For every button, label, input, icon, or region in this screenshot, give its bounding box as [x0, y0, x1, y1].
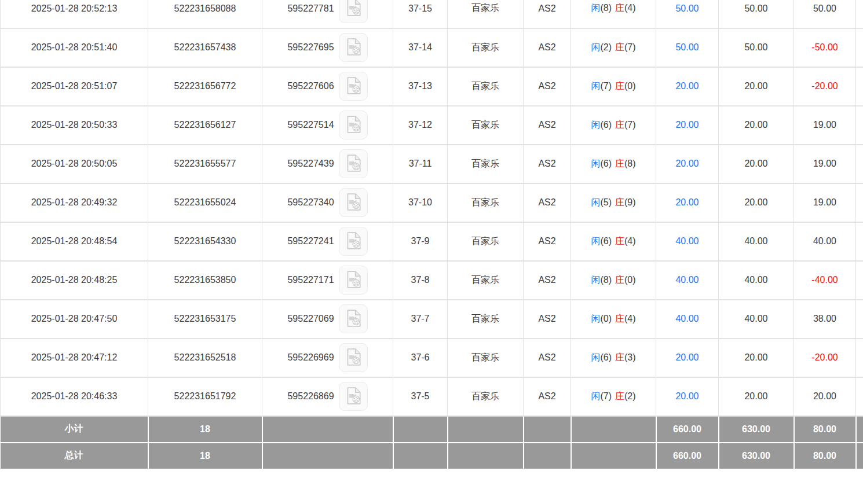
player-result-points: (6) [600, 236, 612, 246]
bet-time-cell: 2025-01-28 20:52:13 [1, 0, 148, 28]
bet-amount-link[interactable]: 20.00 [656, 106, 719, 145]
player-result-label: 闲 [591, 352, 600, 362]
table-row: 2025-01-28 20:48:25 522231653850 5952271… [1, 261, 863, 300]
banker-result-label: 庄 [615, 42, 624, 52]
bet-amount-link[interactable]: 20.00 [656, 67, 719, 106]
video-replay-button[interactable] [339, 72, 368, 101]
result-cell: 闲(6)庄(8) [571, 145, 656, 183]
subtotal-empty-cell [448, 416, 524, 443]
extra-cell [856, 67, 863, 106]
round-wrap: 595227514 [287, 111, 367, 139]
bet-time-cell: 2025-01-28 20:50:33 [1, 106, 148, 145]
player-result-label: 闲 [591, 42, 600, 52]
player-result-label: 闲 [591, 197, 600, 207]
bet-amount-link[interactable]: 20.00 [656, 145, 719, 183]
result-cell: 闲(6)庄(3) [571, 339, 656, 377]
order-number-cell: 522231656127 [148, 106, 262, 145]
banker-result-label: 庄 [615, 352, 624, 362]
bet-history-viewport: 2025-01-28 20:52:13 522231658088 5952277… [0, 0, 863, 504]
win-loss-cell: 19.00 [794, 145, 856, 183]
order-number-cell: 522231655577 [148, 145, 262, 183]
win-loss-cell: -50.00 [794, 28, 856, 67]
table-round-cell: 37-7 [393, 300, 448, 339]
video-replay-button[interactable] [339, 227, 368, 256]
round-number: 595226969 [287, 352, 334, 363]
round-number-cell: 595227781 [262, 0, 393, 28]
banker-result-points: (4) [624, 3, 636, 13]
bet-amount-link[interactable]: 40.00 [656, 222, 719, 261]
banker-result-points: (7) [624, 42, 636, 52]
video-replay-icon [343, 270, 363, 291]
video-replay-button[interactable] [339, 0, 368, 23]
bet-amount-link[interactable]: 20.00 [656, 339, 719, 377]
round-wrap: 595227695 [287, 33, 367, 62]
banker-result-points: (2) [624, 391, 636, 401]
video-replay-button[interactable] [339, 111, 368, 139]
total-empty-cell [262, 443, 393, 469]
game-type-cell: 百家乐 [448, 145, 524, 183]
total-empty-cell [524, 443, 571, 469]
table-name-cell: AS2 [524, 183, 571, 222]
total-empty-cell [393, 443, 448, 469]
game-type-cell: 百家乐 [448, 222, 524, 261]
table-name-cell: AS2 [524, 261, 571, 300]
subtotal-winloss-total: 80.00 [794, 416, 856, 443]
video-replay-icon [343, 153, 363, 175]
round-number: 595227781 [287, 3, 334, 14]
round-wrap: 595227241 [287, 227, 367, 256]
player-result-label: 闲 [591, 120, 600, 130]
subtotal-label: 小计 [1, 416, 148, 443]
video-replay-button[interactable] [339, 304, 368, 333]
banker-result-label: 庄 [615, 391, 624, 401]
table-row: 2025-01-28 20:47:50 522231653175 5952270… [1, 300, 863, 339]
video-replay-icon [343, 386, 363, 407]
player-result-points: (8) [600, 275, 612, 285]
game-type-cell: 百家乐 [448, 0, 524, 28]
bet-amount-link[interactable]: 50.00 [656, 28, 719, 67]
player-result-points: (6) [600, 352, 612, 362]
video-replay-button[interactable] [339, 149, 368, 178]
bet-time-cell: 2025-01-28 20:51:07 [1, 67, 148, 106]
bet-amount-link[interactable]: 50.00 [656, 0, 719, 28]
player-result-label: 闲 [591, 314, 600, 323]
player-result-points: (6) [600, 159, 612, 168]
order-number-cell: 522231656772 [148, 67, 262, 106]
bet-amount-link[interactable]: 20.00 [656, 377, 719, 416]
bet-time-cell: 2025-01-28 20:47:50 [1, 300, 148, 339]
round-number-cell: 595226969 [262, 339, 393, 377]
bet-amount-link[interactable]: 40.00 [656, 261, 719, 300]
bet-time-cell: 2025-01-28 20:49:32 [1, 183, 148, 222]
win-loss-cell: 38.00 [794, 300, 856, 339]
video-replay-icon [343, 347, 363, 369]
bet-time-cell: 2025-01-28 20:48:25 [1, 261, 148, 300]
round-number-cell: 595227241 [262, 222, 393, 261]
player-result-points: (7) [600, 391, 612, 401]
player-result-label: 闲 [591, 236, 600, 246]
round-number-cell: 595227606 [262, 67, 393, 106]
banker-result-label: 庄 [615, 236, 624, 246]
game-type-cell: 百家乐 [448, 28, 524, 67]
video-replay-button[interactable] [339, 188, 368, 217]
table-row: 2025-01-28 20:51:07 522231656772 5952276… [1, 67, 863, 106]
video-replay-button[interactable] [339, 382, 368, 411]
player-result-points: (2) [600, 42, 612, 52]
round-number: 595227695 [287, 42, 334, 53]
round-number-cell: 595227069 [262, 300, 393, 339]
banker-result-points: (3) [624, 352, 636, 362]
player-result-label: 闲 [591, 275, 600, 285]
valid-bet-cell: 50.00 [719, 0, 794, 28]
bet-amount-link[interactable]: 20.00 [656, 183, 719, 222]
result-cell: 闲(7)庄(2) [571, 377, 656, 416]
round-number: 595227439 [287, 159, 334, 169]
video-replay-button[interactable] [339, 343, 368, 372]
bet-time-cell: 2025-01-28 20:50:05 [1, 145, 148, 183]
banker-result-label: 庄 [615, 120, 624, 130]
video-replay-button[interactable] [339, 33, 368, 62]
table-row: 2025-01-28 20:51:40 522231657438 5952276… [1, 28, 863, 67]
win-loss-cell: 20.00 [794, 377, 856, 416]
result-cell: 闲(8)庄(4) [571, 0, 656, 28]
bet-amount-link[interactable]: 40.00 [656, 300, 719, 339]
video-replay-icon [343, 231, 363, 252]
table-round-cell: 37-6 [393, 339, 448, 377]
video-replay-button[interactable] [339, 266, 368, 295]
